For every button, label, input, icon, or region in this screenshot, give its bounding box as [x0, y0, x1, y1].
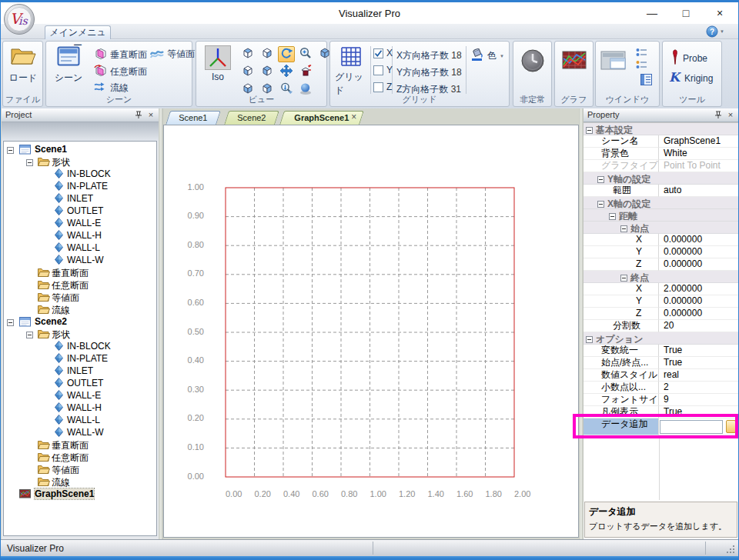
property-row-x-axis-settings[interactable]: X軸の設定 — [584, 197, 738, 209]
tree-item[interactable]: OUTLET — [4, 205, 156, 217]
probe-button[interactable]: Probe — [670, 49, 707, 68]
tree-item[interactable]: INLET — [4, 192, 156, 205]
graph-button[interactable] — [560, 49, 588, 89]
add-data-browse-button[interactable] — [726, 420, 736, 433]
property-row-graph-type[interactable]: グラフタイプPoint To Point — [584, 160, 738, 172]
kriging-button[interactable]: K Kriging — [669, 71, 713, 86]
group-expander-icon[interactable] — [620, 273, 627, 284]
property-value[interactable]: 0.000000 — [659, 234, 738, 246]
property-row-end-x[interactable]: X2.000000 — [584, 283, 738, 295]
grid-axis-y-checkbox[interactable]: Y — [373, 65, 393, 75]
tree-item[interactable]: 任意断面 — [4, 451, 156, 463]
help-button[interactable]: ? ▼ — [706, 25, 727, 38]
doc-tab-graphscene1[interactable]: GraphScene1× — [279, 111, 364, 125]
doc-tab-scene1[interactable]: Scene1 — [166, 111, 221, 125]
cube-right-view-button[interactable] — [259, 46, 276, 62]
tree-item[interactable]: IN-PLATE — [4, 180, 156, 192]
tab-main-menu[interactable]: メインメニュー — [45, 25, 111, 39]
property-value[interactable]: auto — [659, 185, 738, 197]
tree-item[interactable]: 流線 — [4, 475, 156, 488]
doc-tab-scene2[interactable]: Scene2 — [224, 111, 279, 125]
tree-item[interactable]: WALL-W — [4, 426, 156, 438]
property-row-distance[interactable]: 距離 — [584, 209, 738, 222]
property-row-numeric-style[interactable]: 数値スタイルreal — [584, 369, 738, 382]
tree-item[interactable]: Scene1 — [4, 143, 156, 155]
window-list-button[interactable] — [636, 48, 647, 60]
grid-color-button[interactable]: 色 ▼ — [470, 48, 504, 64]
tree-item[interactable]: IN-BLOCK — [4, 340, 156, 352]
property-row-add-data[interactable]: データ追加 — [584, 418, 738, 435]
tab-close-icon[interactable]: × — [351, 112, 356, 122]
grid-count-value[interactable]: 18 — [451, 67, 461, 78]
property-value[interactable]: True — [659, 345, 738, 357]
checkbox-icon[interactable] — [373, 82, 383, 92]
window-tile-button[interactable] — [600, 49, 630, 88]
grid-toggle-button[interactable]: グリッド — [335, 45, 367, 95]
property-row-start-y[interactable]: Y0.000000 — [584, 246, 738, 258]
group-expander-icon[interactable] — [620, 224, 627, 235]
load-button[interactable]: ロード — [5, 45, 41, 94]
property-value[interactable]: White — [659, 148, 738, 160]
group-expander-icon[interactable] — [609, 212, 616, 222]
group-expander-icon[interactable] — [586, 335, 593, 345]
streamline-button[interactable]: 流線 — [94, 82, 129, 95]
grid-color-dropdown-arrow[interactable]: ▼ — [500, 54, 504, 58]
cube-front-view-button[interactable] — [239, 64, 256, 80]
property-value[interactable]: 9 — [659, 394, 738, 406]
property-row-decimal-places[interactable]: 小数点以...2 — [584, 382, 738, 394]
app-logo-icon[interactable]: V is — [3, 3, 35, 35]
log-window-button[interactable] — [640, 74, 652, 88]
tree-item[interactable]: 垂直断面 — [4, 438, 156, 451]
tree-item[interactable]: 等値面 — [4, 291, 156, 303]
property-value[interactable]: GraphScene1 — [659, 135, 738, 148]
tree-item[interactable]: OUTLET — [4, 377, 156, 389]
tree-item[interactable]: 等値面 — [4, 463, 156, 475]
checkbox-checked-icon[interactable] — [373, 48, 383, 58]
zoom-window-button[interactable] — [297, 64, 314, 80]
cube-left-view-button[interactable] — [259, 64, 276, 80]
property-row-start-z[interactable]: Z0.000000 — [584, 258, 738, 271]
pin-icon[interactable] — [134, 111, 143, 120]
property-value[interactable]: 0.000000 — [659, 295, 738, 308]
rotate-view-button[interactable] — [278, 46, 295, 62]
property-row-end-z[interactable]: Z0.000000 — [584, 308, 738, 320]
resize-grip[interactable] — [726, 545, 736, 555]
property-row-end-y[interactable]: Y0.000000 — [584, 295, 738, 308]
cube-back-view-button[interactable] — [259, 82, 276, 98]
tree-item[interactable]: Scene2 — [4, 315, 156, 328]
checkbox-icon[interactable] — [373, 65, 383, 75]
property-value[interactable]: 0.000000 — [659, 258, 738, 271]
grid-count-value[interactable]: 31 — [451, 84, 461, 95]
property-row-scene-name[interactable]: シーン名GraphScene1 — [584, 135, 738, 148]
tree-item[interactable]: IN-BLOCK — [4, 168, 156, 180]
minimize-button[interactable]: — — [640, 5, 664, 22]
zoom-in-button[interactable] — [297, 46, 314, 62]
property-row-start-x[interactable]: X0.000000 — [584, 234, 738, 246]
property-value[interactable]: 2 — [659, 382, 738, 394]
property-row-legend-display[interactable]: 凡例表示True — [584, 406, 738, 418]
property-row-start-end-display[interactable]: 始点/終点...True — [584, 357, 738, 369]
window-cascade-button[interactable] — [636, 60, 647, 72]
tree-item[interactable]: WALL-H — [4, 402, 156, 414]
zoom-extents-button[interactable] — [278, 82, 295, 98]
graph-canvas[interactable]: 0.000.200.400.600.801.001.201.401.601.80… — [163, 125, 579, 538]
pan-view-button[interactable] — [278, 64, 295, 80]
tree-item[interactable]: INLET — [4, 365, 156, 377]
tree-item[interactable]: WALL-W — [4, 254, 156, 266]
property-row-range[interactable]: 範囲auto — [584, 185, 738, 197]
property-value[interactable]: Point To Point — [659, 160, 738, 172]
property-row-background-color[interactable]: 背景色White — [584, 148, 738, 160]
property-value[interactable]: True — [659, 406, 738, 418]
property-value[interactable]: real — [659, 369, 738, 382]
isosurface-button[interactable]: 等値面 — [150, 48, 195, 61]
tree-expander-icon[interactable] — [7, 145, 14, 156]
arbitrary-section-button[interactable]: 任意断面 — [94, 65, 147, 79]
tree-expander-icon[interactable] — [26, 158, 33, 168]
iso-view-button[interactable]: Iso — [201, 45, 235, 95]
grid-axis-z-checkbox[interactable]: Z — [373, 82, 392, 92]
smooth-render-button[interactable] — [297, 82, 314, 98]
property-row-start-point[interactable]: 始点 — [584, 222, 738, 234]
property-row-y-axis-settings[interactable]: Y軸の設定 — [584, 172, 738, 185]
tree-item[interactable]: WALL-L — [4, 242, 156, 254]
property-value[interactable]: 0.000000 — [659, 246, 738, 258]
